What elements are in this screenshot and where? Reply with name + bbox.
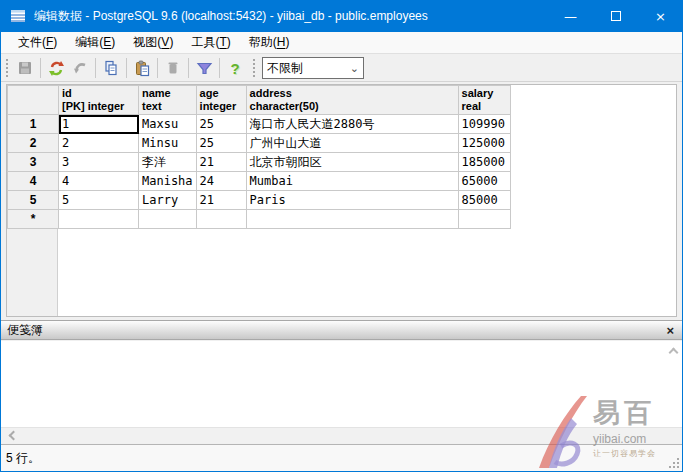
table-row: 22Minsu25广州中山大道125000 <box>8 134 511 153</box>
grid-cell[interactable] <box>196 210 246 229</box>
grid-body: 11Maxsu25海口市人民大道2880号10999022Minsu25广州中山… <box>8 115 511 229</box>
paste-button[interactable] <box>130 56 154 80</box>
row-selector[interactable]: * <box>8 210 59 229</box>
menu-item-h[interactable]: 帮助(H) <box>240 32 299 53</box>
table-row: 33李洋21北京市朝阳区185000 <box>8 153 511 172</box>
scratchpad-header: 便笺簿 × <box>1 320 682 340</box>
maximize-button[interactable] <box>593 0 638 32</box>
grid-cell[interactable]: 海口市人民大道2880号 <box>246 115 458 134</box>
grid-cell[interactable]: 5 <box>59 191 139 210</box>
filter-icon <box>196 60 213 77</box>
grid-cell[interactable]: 1 <box>59 115 139 134</box>
grid-cell[interactable]: Manisha <box>139 172 197 191</box>
grid-cell[interactable]: 李洋 <box>139 153 197 172</box>
maximize-icon <box>611 11 621 21</box>
row-selector[interactable]: 5 <box>8 191 59 210</box>
table-row: 11Maxsu25海口市人民大道2880号109990 <box>8 115 511 134</box>
table-grid-icon <box>10 8 26 24</box>
scrollbar-up-icon[interactable] <box>669 348 679 358</box>
delete-button[interactable] <box>161 56 185 80</box>
minimize-button[interactable]: — <box>548 0 593 32</box>
grid-cell[interactable]: 109990 <box>458 115 510 134</box>
undo-icon <box>72 60 88 76</box>
grid-cell[interactable] <box>458 210 510 229</box>
toolbar-separator <box>157 58 158 78</box>
toolbar-separator <box>95 58 96 78</box>
grid-cell[interactable]: 125000 <box>458 134 510 153</box>
window-title: 编辑数据 - PostgreSQL 9.6 (localhost:5432) -… <box>34 8 428 25</box>
save-button[interactable] <box>13 56 37 80</box>
undo-button[interactable] <box>68 56 92 80</box>
row-selector[interactable]: 4 <box>8 172 59 191</box>
toolbar-separator <box>188 58 189 78</box>
help-icon: ? <box>230 60 239 77</box>
table-row: 44Manisha24Mumbai65000 <box>8 172 511 191</box>
refresh-icon <box>48 60 65 77</box>
grid-cell[interactable]: 广州中山大道 <box>246 134 458 153</box>
column-header-address[interactable]: addresscharacter(50) <box>246 86 458 115</box>
close-button[interactable]: × <box>638 0 683 32</box>
toolbar-gripper[interactable] <box>6 59 10 77</box>
new-row: * <box>8 210 511 229</box>
grid-cell[interactable]: 2 <box>59 134 139 153</box>
table-row: 55Larry21Paris85000 <box>8 191 511 210</box>
toolbar-separator <box>219 58 220 78</box>
column-header-name[interactable]: nametext <box>139 86 197 115</box>
select-all-corner[interactable] <box>8 86 59 115</box>
scratchpad-textarea[interactable] <box>1 341 682 427</box>
row-selector[interactable]: 3 <box>8 153 59 172</box>
status-bar: 5 行。 <box>1 444 682 471</box>
grid-cell[interactable]: 21 <box>196 153 246 172</box>
grid-cell[interactable]: Larry <box>139 191 197 210</box>
delete-icon <box>165 60 181 76</box>
column-header-salary[interactable]: salaryreal <box>458 86 510 115</box>
horizontal-scrollbar[interactable] <box>1 427 682 443</box>
menu-item-e[interactable]: 编辑(E) <box>66 32 124 53</box>
toolbar-separator <box>40 58 41 78</box>
grid-header-row: id[PK] integernametextageintegeraddressc… <box>8 86 511 115</box>
row-limit-dropdown[interactable]: 不限制 ⌄ <box>262 57 364 79</box>
grid-cell[interactable]: Maxsu <box>139 115 197 134</box>
refresh-button[interactable] <box>44 56 68 80</box>
column-header-id[interactable]: id[PK] integer <box>59 86 139 115</box>
resize-grip[interactable] <box>669 458 679 468</box>
toolbar: ? 不限制 ⌄ <box>1 55 682 82</box>
menu-bar: 文件(F)编辑(E)视图(V)工具(T)帮助(H) <box>1 32 682 54</box>
grid-cell[interactable]: 4 <box>59 172 139 191</box>
data-grid: id[PK] integernametextageintegeraddressc… <box>7 85 511 229</box>
row-selector[interactable]: 2 <box>8 134 59 153</box>
menu-item-t[interactable]: 工具(T) <box>182 32 239 53</box>
grid-cell[interactable]: Paris <box>246 191 458 210</box>
grid-cell[interactable] <box>139 210 197 229</box>
grid-cell[interactable]: 25 <box>196 134 246 153</box>
grid-cell[interactable]: 85000 <box>458 191 510 210</box>
toolbar-separator <box>126 58 127 78</box>
grid-cell[interactable]: 25 <box>196 115 246 134</box>
filter-button[interactable] <box>192 56 216 80</box>
grid-cell[interactable]: 21 <box>196 191 246 210</box>
grid-cell[interactable]: 185000 <box>458 153 510 172</box>
chevron-down-icon: ⌄ <box>350 62 359 75</box>
grid-cell[interactable]: Minsu <box>139 134 197 153</box>
copy-button[interactable] <box>99 56 123 80</box>
scratchpad-title: 便笺簿 <box>7 322 43 339</box>
row-selector[interactable]: 1 <box>8 115 59 134</box>
grid-cell[interactable] <box>246 210 458 229</box>
grid-cell[interactable]: 3 <box>59 153 139 172</box>
toolbar-gripper[interactable] <box>253 59 257 77</box>
row-count-status: 5 行。 <box>6 450 40 467</box>
menu-item-v[interactable]: 视图(V) <box>124 32 182 53</box>
menu-item-f[interactable]: 文件(F) <box>9 32 66 53</box>
grid-cell[interactable]: 北京市朝阳区 <box>246 153 458 172</box>
help-button[interactable]: ? <box>223 56 247 80</box>
scrollbar-left-icon[interactable] <box>9 431 19 441</box>
paste-icon <box>134 60 151 77</box>
grid-cell[interactable]: 24 <box>196 172 246 191</box>
grid-cell[interactable]: 65000 <box>458 172 510 191</box>
scratchpad-close-icon[interactable]: × <box>666 324 674 337</box>
data-grid-viewport: id[PK] integernametextageintegeraddressc… <box>6 84 677 317</box>
grid-cell[interactable] <box>59 210 139 229</box>
column-header-age[interactable]: ageinteger <box>196 86 246 115</box>
row-limit-value: 不限制 <box>267 60 303 77</box>
grid-cell[interactable]: Mumbai <box>246 172 458 191</box>
